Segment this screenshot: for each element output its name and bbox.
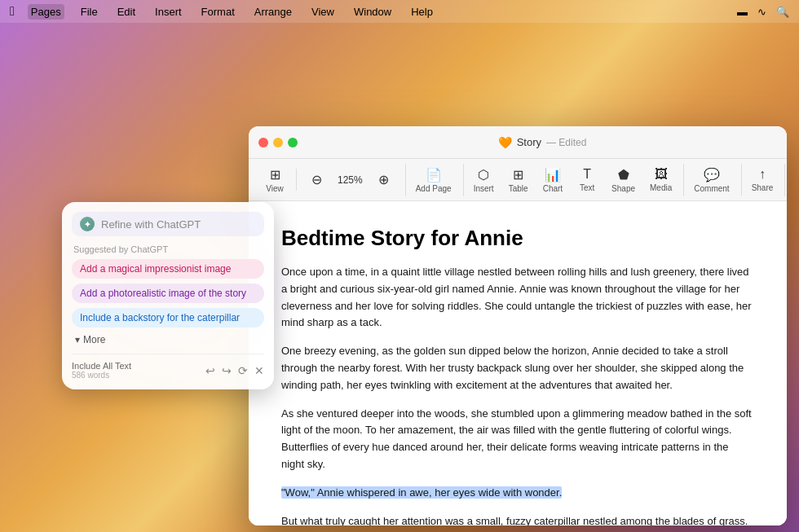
suggestion-item-2[interactable]: Include a backstory for the caterpillar — [72, 308, 264, 328]
undo-button[interactable]: ↩ — [205, 364, 215, 377]
window-title: 🧡 Story — Edited — [307, 136, 777, 149]
chart-icon: 📊 — [545, 167, 561, 182]
footer-left: Include All Text 586 words — [72, 361, 131, 380]
panel-footer: Include All Text 586 words ↩ ↪ ⟳ ✕ — [72, 354, 264, 380]
menu-item-help[interactable]: Help — [408, 4, 436, 20]
window-titlebar: 🧡 Story — Edited — [249, 126, 787, 159]
toolbar-insert-btn[interactable]: ⬡ Insert — [467, 164, 501, 196]
comment-icon: 💬 — [704, 167, 720, 182]
menu-bar-right: ▬ ∿ 🔍 — [737, 6, 789, 18]
toolbar-add-page-btn[interactable]: 📄 Add Page — [409, 164, 458, 196]
share-label: Share — [752, 183, 774, 192]
toolbar-zoom-btn[interactable]: ⊖ — [300, 169, 333, 191]
media-label: Media — [650, 183, 672, 192]
menu-item-format[interactable]: Format — [198, 4, 238, 20]
redo-button[interactable]: ↪ — [222, 364, 232, 377]
toolbar-media-btn[interactable]: 🖼 Media — [643, 164, 678, 196]
toolbar-comment-btn[interactable]: 💬 Comment — [687, 164, 735, 196]
add-page-icon: 📄 — [426, 167, 442, 182]
menu-bar:  Pages File Edit Insert Format Arrange … — [0, 0, 799, 23]
minimize-button[interactable] — [273, 138, 283, 147]
chatgpt-placeholder: Refine with ChatGPT — [101, 218, 201, 231]
toolbar-chart-btn[interactable]: 📊 Chart — [536, 164, 569, 196]
toolbar-table-btn[interactable]: ⊞ Table — [502, 164, 535, 196]
document-title-heading: Bedtime Story for Annie — [281, 226, 754, 251]
chatgpt-logo-icon: ✦ — [80, 217, 95, 231]
close-panel-button[interactable]: ✕ — [254, 364, 264, 377]
comment-label: Comment — [694, 184, 729, 193]
zoom-value: 125% — [334, 173, 366, 187]
toolbar-zoom-in-btn[interactable]: ⊕ — [368, 169, 400, 191]
text-icon: T — [583, 167, 591, 182]
document-title: Story — [517, 136, 541, 148]
document-content[interactable]: Bedtime Story for Annie Once upon a time… — [249, 201, 787, 525]
toolbar-view-btn[interactable]: ⊞ View — [258, 164, 291, 196]
insert-label: Insert — [474, 184, 494, 193]
media-icon: 🖼 — [655, 167, 668, 182]
shape-icon: ⬟ — [618, 167, 629, 182]
zoom-in-icon: ⊕ — [378, 172, 389, 187]
toolbar-group-format: ✏ Format 📋 Document — [784, 164, 787, 196]
apple-logo-icon[interactable]:  — [10, 4, 15, 19]
menu-item-pages[interactable]: Pages — [28, 4, 64, 20]
chatgpt-panel: ✦ Refine with ChatGPT Suggested by ChatG… — [62, 202, 274, 389]
menu-item-insert[interactable]: Insert — [152, 4, 185, 20]
chatgpt-input-area[interactable]: ✦ Refine with ChatGPT — [72, 212, 264, 236]
view-icon: ⊞ — [270, 167, 280, 182]
menu-items: Pages File Edit Insert Format Arrange Vi… — [28, 4, 436, 20]
toolbar-group-add-page: 📄 Add Page — [405, 164, 461, 196]
insert-icon: ⬡ — [478, 167, 489, 182]
paragraph-2: One breezy evening, as the golden sun di… — [281, 343, 754, 394]
paragraph-1: Once upon a time, in a quaint little vil… — [281, 264, 754, 332]
paragraph-3: As she ventured deeper into the woods, s… — [281, 406, 754, 473]
document-icon: 🧡 — [498, 136, 512, 149]
suggestion-item-1[interactable]: Add a photorealistic image of the story — [72, 284, 264, 303]
highlighted-text: "Wow," Annie whispered in awe, her eyes … — [281, 486, 562, 499]
toolbar: ⊞ View ⊖ 125% ⊕ 📄 Add Page ⬡ Insert — [249, 159, 787, 201]
toolbar-group-insert: ⬡ Insert ⊞ Table 📊 Chart T Text ⬟ Shape … — [463, 164, 682, 196]
share-icon: ↑ — [759, 167, 766, 182]
table-icon: ⊞ — [513, 167, 523, 182]
toolbar-group-comment: 💬 Comment — [683, 164, 739, 196]
word-count: 586 words — [72, 371, 131, 380]
suggested-label: Suggested by ChatGPT — [72, 244, 264, 254]
wifi-icon: ∿ — [757, 6, 766, 18]
menu-item-arrange[interactable]: Arrange — [251, 4, 295, 20]
maximize-button[interactable] — [288, 138, 298, 147]
toolbar-share-btn[interactable]: ↑ Share — [745, 164, 780, 196]
toolbar-text-btn[interactable]: T Text — [571, 164, 603, 196]
more-button[interactable]: ▾ More — [72, 332, 264, 347]
menu-item-window[interactable]: Window — [351, 4, 395, 20]
close-button[interactable] — [258, 138, 268, 147]
view-label: View — [266, 184, 284, 193]
zoom-icon: ⊖ — [311, 172, 322, 187]
table-label: Table — [509, 184, 528, 193]
edited-badge: — Edited — [546, 137, 586, 148]
toolbar-group-view: ⊞ View — [255, 164, 294, 196]
search-icon[interactable]: 🔍 — [776, 6, 789, 18]
more-label: More — [83, 334, 105, 345]
menu-item-file[interactable]: File — [77, 4, 101, 20]
battery-icon: ▬ — [737, 6, 748, 18]
refresh-button[interactable]: ⟳ — [238, 364, 248, 377]
traffic-lights — [258, 138, 298, 147]
chevron-down-icon: ▾ — [75, 334, 80, 345]
shape-label: Shape — [611, 184, 635, 193]
chart-label: Chart — [543, 184, 563, 193]
toolbar-group-share: ↑ Share — [741, 164, 784, 196]
menu-item-edit[interactable]: Edit — [114, 4, 139, 20]
menu-item-view[interactable]: View — [308, 4, 338, 20]
text-label: Text — [580, 183, 594, 192]
pages-window: 🧡 Story — Edited ⊞ View ⊖ 125% ⊕ 📄 Add P… — [249, 126, 787, 525]
toolbar-shape-btn[interactable]: ⬟ Shape — [605, 164, 642, 196]
include-all-text-label[interactable]: Include All Text — [72, 361, 131, 371]
paragraph-5: But what truly caught her attention was … — [281, 513, 754, 525]
toolbar-group-zoom: ⊖ 125% ⊕ — [296, 169, 404, 191]
suggestion-item-0[interactable]: Add a magical impressionist image — [72, 259, 264, 279]
add-page-label: Add Page — [416, 184, 452, 193]
paragraph-4: "Wow," Annie whispered in awe, her eyes … — [281, 485, 754, 502]
footer-actions: ↩ ↪ ⟳ ✕ — [205, 364, 264, 377]
